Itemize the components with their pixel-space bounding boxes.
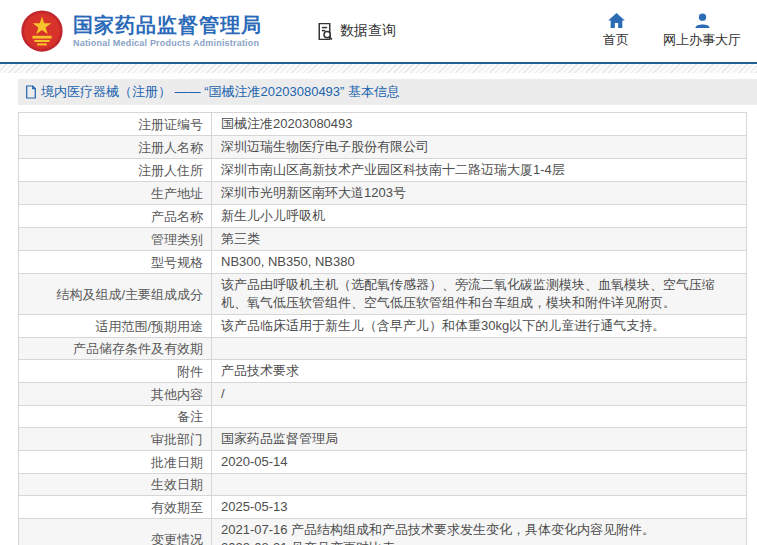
row-value: /: [212, 383, 746, 405]
row-label: 管理类别: [19, 228, 212, 250]
site-title-block: 国家药品监督管理局 National Medical Products Admi…: [73, 14, 262, 48]
table-row: 注册证编号国械注准20203080493: [19, 113, 746, 136]
row-label: 注册人住所: [19, 159, 212, 181]
data-query-label: 数据查询: [340, 22, 396, 40]
home-icon: [608, 13, 625, 28]
table-row: 管理类别第三类: [19, 228, 746, 251]
row-label: 产品储存条件及有效期: [19, 338, 212, 359]
table-row: 审批部门国家药品监督管理局: [19, 428, 746, 451]
row-label: 生效日期: [19, 474, 212, 495]
table-row: 附件产品技术要求: [19, 360, 746, 383]
row-label: 其他内容: [19, 383, 212, 405]
table-row: 有效期至2025-05-13: [19, 496, 746, 519]
site-header: 国家药品监督管理局 National Medical Products Admi…: [0, 0, 757, 62]
top-nav: 首页 网上办事大厅: [603, 13, 757, 49]
row-value: [212, 406, 746, 427]
site-subtitle: National Medical Products Administration: [73, 38, 262, 48]
row-value: 深圳市光明新区南环大道1203号: [212, 182, 746, 204]
user-icon: [694, 13, 711, 28]
registration-info-table: 注册证编号国械注准20203080493注册人名称深圳迈瑞生物医疗电子股份有限公…: [18, 112, 747, 545]
row-value: 第三类: [212, 228, 746, 250]
table-row: 批准日期2020-05-14: [19, 451, 746, 474]
row-label: 有效期至: [19, 496, 212, 518]
row-value: 产品技术要求: [212, 360, 746, 382]
row-value: [212, 474, 746, 495]
row-label: 注册人名称: [19, 136, 212, 158]
row-value: 2021-07-16 产品结构组成和产品技术要求发生变化，具体变化内容见附件。 …: [212, 519, 746, 545]
row-label: 产品名称: [19, 205, 212, 227]
site-title: 国家药品监督管理局: [73, 14, 262, 36]
row-label: 审批部门: [19, 428, 212, 450]
table-row: 生效日期: [19, 474, 746, 496]
row-label: 附件: [19, 360, 212, 382]
nav-label: 网上办事大厅: [663, 31, 741, 49]
table-row: 注册人名称深圳迈瑞生物医疗电子股份有限公司: [19, 136, 746, 159]
data-query-button[interactable]: 数据查询: [314, 21, 396, 42]
nav-label: 首页: [603, 31, 629, 49]
row-value: NB300, NB350, NB380: [212, 251, 746, 273]
row-value: 2020-05-14: [212, 451, 746, 473]
row-label: 结构及组成/主要组成成分: [19, 274, 212, 314]
row-value: 深圳市南山区高新技术产业园区科技南十二路迈瑞大厦1-4层: [212, 159, 746, 181]
table-row: 型号规格NB300, NB350, NB380: [19, 251, 746, 274]
row-value: 新生儿小儿呼吸机: [212, 205, 746, 227]
nav-item-service-hall[interactable]: 网上办事大厅: [663, 13, 741, 49]
table-row: 注册人住所深圳市南山区高新技术产业园区科技南十二路迈瑞大厦1-4层: [19, 159, 746, 182]
row-label: 批准日期: [19, 451, 212, 473]
data-query-icon: [314, 21, 335, 42]
row-value: 国械注准20203080493: [212, 113, 746, 135]
row-label: 注册证编号: [19, 113, 212, 135]
row-value: [212, 338, 746, 359]
table-row: 产品储存条件及有效期: [19, 338, 746, 360]
hatch-texture-strip: [0, 64, 757, 73]
row-value: 该产品由呼吸机主机（选配氧传感器）、旁流二氧化碳监测模块、血氧模块、空气压缩机、…: [212, 274, 746, 314]
row-label: 生产地址: [19, 182, 212, 204]
row-label: 型号规格: [19, 251, 212, 273]
table-row: 结构及组成/主要组成成分该产品由呼吸机主机（选配氧传感器）、旁流二氧化碳监测模块…: [19, 274, 746, 315]
table-row: 适用范围/预期用途该产品临床适用于新生儿（含早产儿）和体重30kg以下的儿童进行…: [19, 315, 746, 338]
row-value: 2025-05-13: [212, 496, 746, 518]
nav-item-home[interactable]: 首页: [603, 13, 629, 49]
breadcrumb: 境内医疗器械（注册） —— “国械注准20203080493” 基本信息: [18, 79, 757, 105]
row-label: 备注: [19, 406, 212, 427]
table-row: 产品名称新生儿小儿呼吸机: [19, 205, 746, 228]
document-icon: [25, 85, 37, 99]
table-row: 生产地址深圳市光明新区南环大道1203号: [19, 182, 746, 205]
row-value: 国家药品监督管理局: [212, 428, 746, 450]
row-value: 该产品临床适用于新生儿（含早产儿）和体重30kg以下的儿童进行通气支持。: [212, 315, 746, 337]
row-value: 深圳迈瑞生物医疗电子股份有限公司: [212, 136, 746, 158]
table-row: 其他内容/: [19, 383, 746, 406]
row-label: 适用范围/预期用途: [19, 315, 212, 337]
table-row: 变更情况2021-07-16 产品结构组成和产品技术要求发生变化，具体变化内容见…: [19, 519, 746, 545]
row-label: 变更情况: [19, 519, 212, 545]
table-row: 备注: [19, 406, 746, 428]
breadcrumb-text: 境内医疗器械（注册） —— “国械注准20203080493” 基本信息: [41, 83, 400, 101]
national-emblem-logo: [20, 8, 64, 54]
